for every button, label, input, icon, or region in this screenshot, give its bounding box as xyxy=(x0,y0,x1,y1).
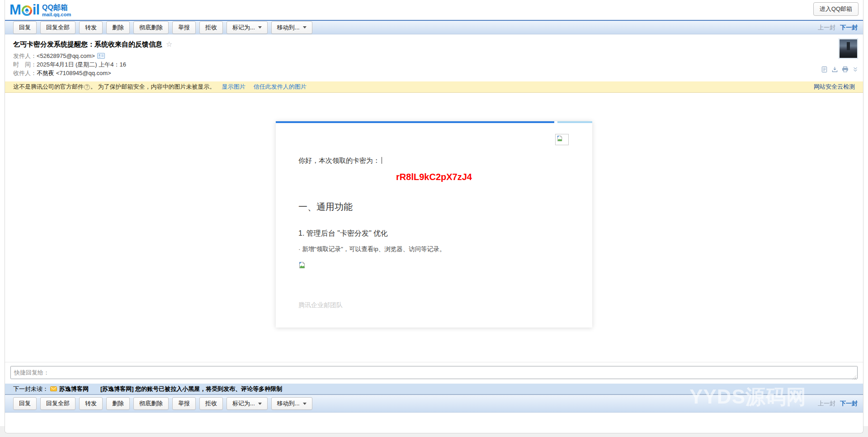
caret-down-icon xyxy=(303,26,307,28)
warning-text-2: 。 为了保护邮箱安全，内容中的图片未被显示。 xyxy=(90,83,216,91)
mail-meta: 发件人： <52628975@qq.com> 时 间： 2025年4月1日 (星… xyxy=(13,52,126,77)
mail-subject: 乞丐卡密分发系统提醒您：系统收来自的反馈信息☆ xyxy=(13,40,172,49)
logo-product-name: QQ邮箱 xyxy=(42,4,71,12)
prev-mail-link[interactable]: 上一封 xyxy=(818,24,835,31)
caret-down-icon xyxy=(258,403,262,405)
attachment-image xyxy=(840,39,857,58)
reply-all-button[interactable]: 回复全部 xyxy=(40,21,75,34)
from-row: 发件人： <52628975@qq.com> xyxy=(13,52,126,60)
quick-reply-section xyxy=(5,362,863,384)
text-cursor xyxy=(382,157,382,164)
time-label: 时 间： xyxy=(13,60,37,69)
toolbar-top: 回复 回复全部 转发 删除 彻底删除 举报 拒收 标记为... 移动到... 上… xyxy=(5,20,863,34)
report-button[interactable]: 举报 xyxy=(172,21,196,34)
delete-forever-button[interactable]: 彻底删除 xyxy=(133,397,169,410)
to-row: 收件人： 不熬夜 <7108945@qq.com> xyxy=(13,69,126,77)
next-unread-sender[interactable]: 苏逸博客网 xyxy=(59,385,89,393)
mark-as-dropdown[interactable]: 标记为... xyxy=(226,397,268,410)
from-address: <52628975@qq.com> xyxy=(37,52,95,60)
move-to-dropdown[interactable]: 移动到... xyxy=(271,397,312,410)
feature-bullet: · 新增"领取记录"，可以查看ip、浏览器、访问等记录。 xyxy=(298,245,445,253)
section-heading: 一、通用功能 xyxy=(298,201,353,213)
pager-bottom: 上一封下一封 xyxy=(818,399,858,408)
delete-button[interactable]: 删除 xyxy=(106,397,130,410)
logo-letters-il: il xyxy=(33,2,39,18)
forward-button[interactable]: 转发 xyxy=(79,397,103,410)
greeting-label: 你好，本次领取的卡密为： xyxy=(298,157,380,164)
qqmail-logo[interactable]: M il QQ邮箱 mail.qq.com xyxy=(9,2,71,18)
reply-button[interactable]: 回复 xyxy=(13,397,37,410)
quick-reply-input[interactable] xyxy=(10,366,858,379)
enter-qqmail-button[interactable]: 进入QQ邮箱 xyxy=(813,2,859,16)
top-bar-gap xyxy=(554,121,557,123)
move-to-dropdown[interactable]: 移动到... xyxy=(271,21,312,34)
mail-content-card: 你好，本次领取的卡密为： rR8lL9kC2pX7zJ4 一、通用功能 1. 管… xyxy=(276,121,592,328)
mark-as-label: 标记为... xyxy=(232,24,255,32)
logo-ring-icon xyxy=(22,5,32,16)
next-unread-label: 下一封未读： xyxy=(13,385,48,393)
toolbar-bottom-buttons: 回复 回复全部 转发 删除 彻底删除 举报 拒收 标记为... 移动到... xyxy=(13,397,312,410)
show-images-link[interactable]: 显示图片 xyxy=(222,83,245,91)
help-icon[interactable]: ? xyxy=(84,84,90,90)
plain-text-icon[interactable] xyxy=(821,66,828,73)
top-bar-light-segment xyxy=(557,121,592,123)
attachment-thumbnail[interactable] xyxy=(839,38,858,59)
star-icon[interactable]: ☆ xyxy=(166,40,172,48)
signature-text: 腾讯企业邮团队 xyxy=(298,301,343,309)
recipient-name: 不熬夜 xyxy=(37,69,54,77)
greeting-text: 你好，本次领取的卡密为： xyxy=(298,157,382,165)
prev-mail-link[interactable]: 上一封 xyxy=(818,400,835,407)
mail-reader-panel: M il QQ邮箱 mail.qq.com 进入QQ邮箱 回复 回复全部 转发 … xyxy=(5,0,863,433)
trust-sender-link[interactable]: 信任此发件人的图片 xyxy=(254,83,307,91)
next-unread-subject[interactable]: [苏逸博客网] 您的账号已被拉入小黑屋，将受到发布、评论等多种限制 xyxy=(100,385,282,393)
logo-wordmark: QQ邮箱 mail.qq.com xyxy=(42,4,71,17)
broken-image-icon xyxy=(298,261,306,269)
mail-body-area: 你好，本次领取的卡密为： rR8lL9kC2pX7zJ4 一、通用功能 1. 管… xyxy=(5,93,863,362)
top-bar-blue-segment xyxy=(276,121,554,123)
mark-as-dropdown[interactable]: 标记为... xyxy=(226,21,268,34)
card-key-code: rR8lL9kC2pX7zJ4 xyxy=(276,172,592,182)
mail-subject-text: 乞丐卡密分发系统提醒您：系统收来自的反馈信息 xyxy=(13,40,162,48)
toolbar-top-buttons: 回复 回复全部 转发 删除 彻底删除 举报 拒收 标记为... 移动到... xyxy=(13,21,312,34)
time-row: 时 间： 2025年4月1日 (星期二) 上午4：16 xyxy=(13,60,126,69)
chevron-double-down-icon[interactable] xyxy=(852,66,859,72)
to-label: 收件人： xyxy=(13,69,37,77)
delete-button[interactable]: 删除 xyxy=(106,21,130,34)
app-header: M il QQ邮箱 mail.qq.com 进入QQ邮箱 xyxy=(5,0,863,20)
mark-as-label: 标记为... xyxy=(232,399,255,408)
report-button[interactable]: 举报 xyxy=(172,397,196,410)
reject-button[interactable]: 拒收 xyxy=(199,397,223,410)
from-label: 发件人： xyxy=(13,52,37,60)
recipient-address: <7108945@qq.com> xyxy=(56,69,111,77)
pager-top: 上一封下一封 xyxy=(818,24,858,32)
reply-all-button[interactable]: 回复全部 xyxy=(40,397,75,410)
toolbar-bottom: 回复 回复全部 转发 删除 彻底删除 举报 拒收 标记为... 移动到... 上… xyxy=(5,394,863,413)
bell-icon xyxy=(24,8,29,13)
print-icon[interactable] xyxy=(842,66,849,73)
forward-button[interactable]: 转发 xyxy=(79,21,103,34)
reply-button[interactable]: 回复 xyxy=(13,21,37,34)
move-to-label: 移动到... xyxy=(277,399,300,408)
security-warning-bar: 这不是腾讯公司的官方邮件 ? 。 为了保护邮箱安全，内容中的图片未被显示。 显示… xyxy=(5,81,863,93)
broken-image-placeholder-1 xyxy=(555,134,569,145)
time-value: 2025年4月1日 (星期二) 上午4：16 xyxy=(37,60,126,69)
warning-text-1: 这不是腾讯公司的官方邮件 xyxy=(13,83,84,91)
logo-letter-m: M xyxy=(9,2,21,18)
reject-button[interactable]: 拒收 xyxy=(199,21,223,34)
move-to-label: 移动到... xyxy=(277,24,300,32)
next-unread-bar: 下一封未读： 苏逸博客网 [苏逸博客网] 您的账号已被拉入小黑屋，将受到发布、评… xyxy=(5,384,863,394)
next-mail-link[interactable]: 下一封 xyxy=(840,400,858,407)
section-subheading: 1. 管理后台 "卡密分发" 优化 xyxy=(298,229,388,238)
mail-action-icons xyxy=(821,66,859,73)
broken-image-icon xyxy=(557,135,563,142)
caret-down-icon xyxy=(303,403,307,405)
download-icon[interactable] xyxy=(831,66,838,73)
next-mail-link[interactable]: 下一封 xyxy=(840,24,858,31)
contact-card-icon[interactable] xyxy=(97,53,105,59)
logo-domain: mail.qq.com xyxy=(42,12,71,17)
broken-image-placeholder-2 xyxy=(298,261,306,271)
envelope-icon xyxy=(50,386,57,391)
card-top-bar xyxy=(276,121,592,123)
cloud-security-check-link[interactable]: 网站安全云检测 xyxy=(814,83,855,91)
delete-forever-button[interactable]: 彻底删除 xyxy=(133,21,169,34)
